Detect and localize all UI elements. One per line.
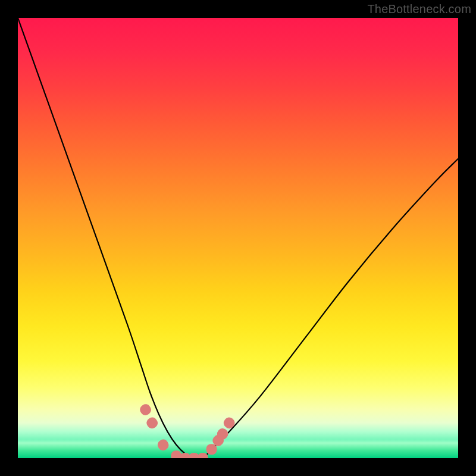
bottleneck-curve-path	[18, 18, 458, 458]
marker-group	[138, 402, 237, 458]
marker-dot	[222, 415, 237, 430]
marker-dot	[138, 402, 153, 417]
marker-dot	[156, 437, 171, 452]
marker-dot	[206, 444, 217, 455]
plot-area	[18, 18, 458, 458]
marker-dot	[198, 453, 208, 458]
watermark-text: TheBottleneck.com	[367, 2, 471, 16]
chart-frame: TheBottleneck.com	[0, 0, 476, 476]
curve-svg	[18, 18, 458, 458]
marker-dot	[145, 415, 159, 430]
